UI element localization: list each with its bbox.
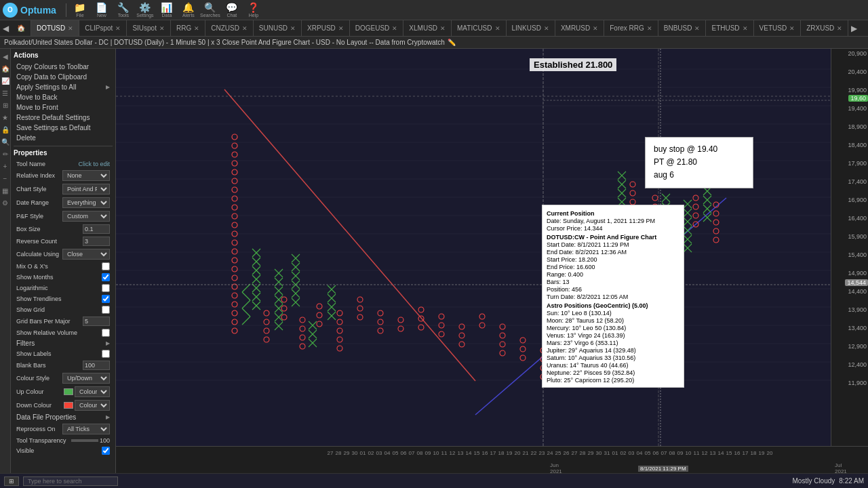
close-icon[interactable]: ✕ [194, 25, 199, 32]
close-icon[interactable]: ✕ [115, 25, 121, 32]
tab-vetusd[interactable]: VETUSD✕ [754, 20, 802, 37]
data-button[interactable]: 📊Data [157, 1, 176, 19]
relative-index-select[interactable]: None [62, 170, 110, 181]
action-delete[interactable]: Delete [14, 133, 113, 143]
price-13400: 13,400 [848, 325, 867, 331]
reprocess-on-select[interactable]: All Ticks [62, 424, 110, 434]
tab-maticusd[interactable]: MATICUSD✕ [452, 20, 506, 37]
tab-siuspot[interactable]: SIUspot✕ [127, 20, 171, 37]
down-colour-select[interactable]: Colour [75, 400, 110, 411]
show-trendlines-checkbox[interactable] [102, 295, 110, 303]
date-range-select[interactable]: Everything [62, 197, 110, 208]
close-icon[interactable]: ✕ [338, 25, 344, 32]
sidebar-home-btn[interactable]: 🏠 [1, 64, 10, 73]
sidebar-nav-btn[interactable]: ◀ [1, 52, 10, 61]
mix-os-xs-checkbox[interactable] [102, 262, 110, 270]
sidebar-minus-btn[interactable]: − [1, 174, 10, 183]
buy-stop-line2: PT @ 21.80 [654, 156, 745, 169]
sidebar-lock-btn[interactable]: 🔒 [1, 125, 10, 134]
up-colour-swatch[interactable] [64, 388, 73, 395]
sidebar-search-btn[interactable]: 🔍 [1, 137, 10, 146]
action-move-front[interactable]: Move to Front [14, 102, 113, 113]
new-button[interactable]: 📄New [92, 1, 111, 19]
file-button[interactable]: 📁File [71, 1, 90, 19]
tab-home[interactable]: 🏠 [12, 20, 31, 37]
sidebar-star-btn[interactable]: ★ [1, 113, 10, 122]
sidebar-pencil-btn[interactable]: ✏ [1, 149, 10, 159]
colour-style-select[interactable]: Up/Down [62, 373, 110, 384]
action-save-default[interactable]: Save Settings as Default [14, 123, 113, 133]
searches-button[interactable]: 🔍Searches [201, 1, 220, 19]
close-icon[interactable]: ✕ [495, 25, 500, 32]
sidebar-chart-btn[interactable]: 📈 [1, 76, 10, 85]
tab-nav-right[interactable]: ▶ [848, 24, 860, 33]
tab-rrg[interactable]: RRG✕ [171, 20, 205, 37]
show-relative-volume-checkbox[interactable] [102, 329, 110, 337]
sidebar-table-btn[interactable]: ▦ [1, 186, 10, 195]
close-icon[interactable]: ✕ [68, 25, 73, 32]
close-icon[interactable]: ✕ [242, 25, 248, 32]
close-icon[interactable]: ✕ [694, 25, 700, 32]
tab-linkusd[interactable]: LINKUSD✕ [507, 20, 555, 37]
edit-icon[interactable]: ✏️ [448, 39, 456, 46]
close-icon[interactable]: ✕ [544, 25, 549, 32]
pnf-style-select[interactable]: Custom [62, 211, 110, 222]
tab-nav-left[interactable]: ◀ [0, 24, 12, 33]
visible-checkbox[interactable] [102, 447, 110, 455]
close-icon[interactable]: ✕ [789, 25, 795, 32]
down-colour-swatch[interactable] [64, 402, 73, 409]
up-colour-select[interactable]: Colour [75, 386, 110, 397]
close-icon[interactable]: ✕ [392, 25, 397, 32]
sidebar-grid-btn[interactable]: ⊞ [1, 100, 10, 110]
tab-ethusd[interactable]: ETHUSD✕ [706, 20, 753, 37]
tab-cnzusd[interactable]: CNZUSD✕ [205, 20, 254, 37]
close-icon[interactable]: ✕ [593, 25, 598, 32]
chart-style-select[interactable]: Point And Fig... [62, 184, 110, 195]
prop-data-file[interactable]: Data File Properties▶ [14, 412, 113, 422]
tab-clipspot[interactable]: CLIPspot✕ [79, 20, 127, 37]
show-months-checkbox[interactable] [102, 273, 110, 281]
tools-button[interactable]: 🔧Tools [114, 1, 133, 19]
close-icon[interactable]: ✕ [837, 25, 842, 32]
blank-bars-input[interactable] [83, 361, 110, 370]
close-icon[interactable]: ✕ [743, 25, 748, 32]
action-apply-settings[interactable]: Apply Settings to All▶ [14, 82, 113, 92]
start-button[interactable]: ⊞ [4, 476, 19, 486]
box-size-input[interactable] [83, 224, 110, 234]
logarithmic-checkbox[interactable] [102, 284, 110, 292]
tab-xmrusd[interactable]: XMRUSD✕ [555, 20, 604, 37]
calculate-using-select[interactable]: Close [62, 249, 110, 260]
tab-zrxusd[interactable]: ZRXUSD✕ [801, 20, 848, 37]
transparency-slider[interactable] [71, 439, 98, 442]
chat-button[interactable]: 💬Chat [222, 1, 241, 19]
sidebar-settings2-btn[interactable]: ⚙ [1, 198, 10, 207]
tab-dotusd[interactable]: DOTUSD✕ [31, 20, 79, 37]
tab-xrpusd[interactable]: XRPUSD✕ [302, 20, 350, 37]
prop-filters[interactable]: Filters▶ [14, 338, 113, 348]
show-labels-checkbox[interactable] [102, 350, 110, 358]
close-icon[interactable]: ✕ [440, 25, 446, 32]
tab-forexrrg[interactable]: Forex RRG✕ [604, 20, 658, 37]
action-copy-colours[interactable]: Copy Colours to Toolbar [14, 62, 113, 72]
prop-tool-transparency: Tool Transparency 100 [14, 436, 113, 445]
reverse-count-input[interactable] [83, 237, 110, 246]
alerts-button[interactable]: 🔔Alerts [179, 1, 198, 19]
settings-button[interactable]: ⚙️Settings [136, 1, 155, 19]
close-icon[interactable]: ✕ [290, 25, 296, 32]
action-move-back[interactable]: Move to Back [14, 92, 113, 102]
help-button[interactable]: ❓Help [244, 1, 263, 19]
sidebar-list-btn[interactable]: ☰ [1, 88, 10, 98]
close-icon[interactable]: ✕ [159, 25, 165, 32]
action-restore-defaults[interactable]: Restore Default Settings [14, 113, 113, 123]
action-copy-data[interactable]: Copy Data to Clipboard [14, 72, 113, 82]
tool-name-value[interactable]: Click to edit [78, 161, 110, 167]
grid-bars-input[interactable] [83, 317, 110, 326]
close-icon[interactable]: ✕ [647, 25, 652, 32]
tab-xlmusd[interactable]: XLMUSD✕ [403, 20, 452, 37]
show-grid-checkbox[interactable] [102, 306, 110, 314]
tab-sunusd[interactable]: SUNUSD✕ [254, 20, 302, 37]
taskbar-search[interactable] [23, 476, 118, 486]
sidebar-plus-btn[interactable]: + [1, 161, 10, 171]
tab-dogeusd[interactable]: DOGEUSD✕ [350, 20, 404, 37]
tab-bnbusd[interactable]: BNBUSD✕ [658, 20, 707, 37]
